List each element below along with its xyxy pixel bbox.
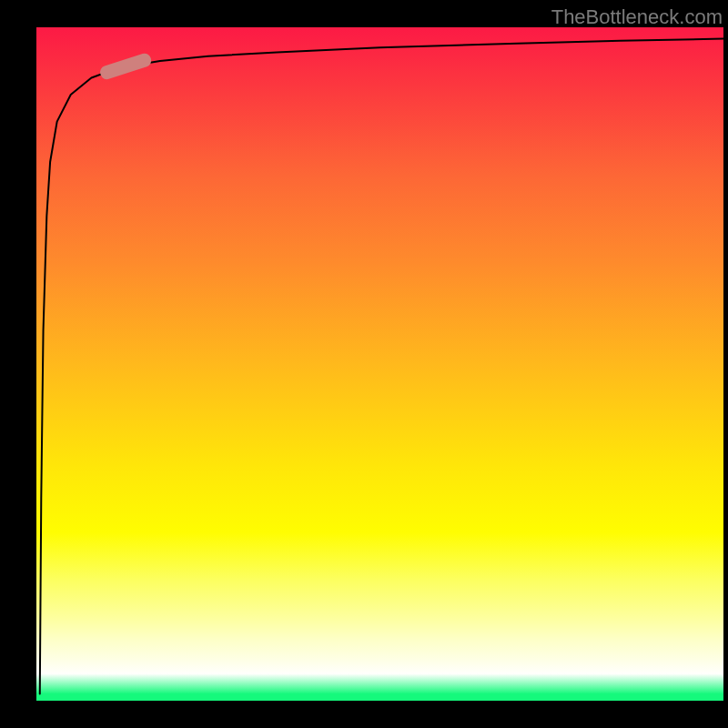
curve-marker-pill: [98, 52, 153, 81]
chart-container: TheBottleneck.com: [0, 0, 728, 728]
plot-svg: [36, 27, 723, 701]
bottleneck-curve: [40, 39, 723, 694]
attribution-label: TheBottleneck.com: [551, 5, 723, 29]
plot-area: [36, 27, 723, 701]
curve-marker: [98, 52, 153, 81]
